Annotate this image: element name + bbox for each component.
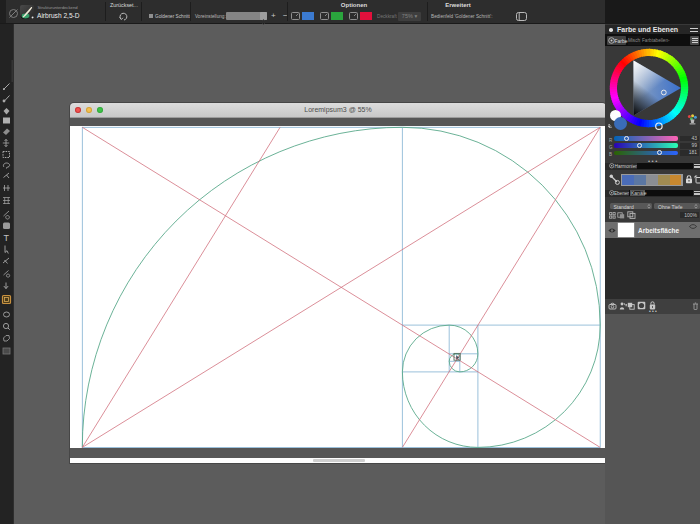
svg-text:T: T	[4, 233, 10, 243]
